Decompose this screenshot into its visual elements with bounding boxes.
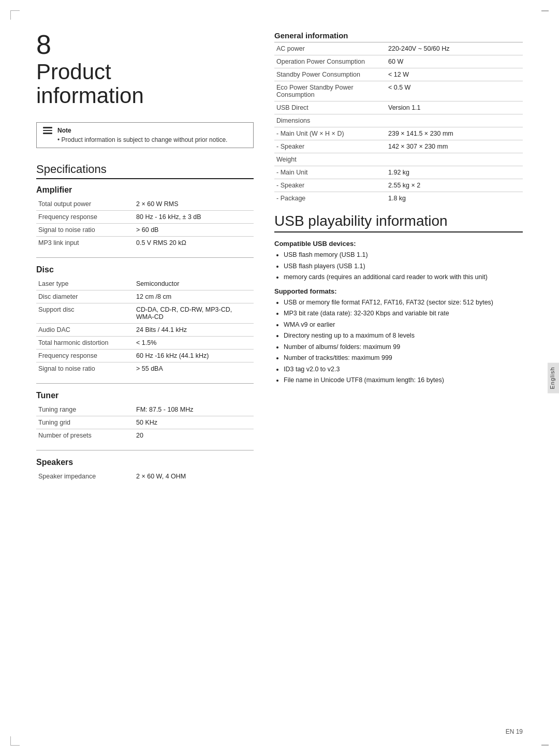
spec-label: Eco Power Standby Power Consumption xyxy=(274,81,386,101)
formats-list: USB or memory file format FAT12, FAT16, … xyxy=(284,298,523,385)
spec-label: Operation Power Consumption xyxy=(274,55,386,68)
disc-title: Disc xyxy=(36,265,254,274)
spec-value: 2 × 60 W RMS xyxy=(134,198,254,211)
spec-label: Signal to noise ratio xyxy=(36,224,134,237)
page-footer: EN 19 xyxy=(506,728,523,735)
spec-value: Version 1.1 xyxy=(386,101,523,114)
list-item: WMA v9 or earlier xyxy=(284,321,523,330)
spec-value: > 55 dBA xyxy=(134,362,254,375)
general-info-table: AC power220-240V ~ 50/60 HzOperation Pow… xyxy=(274,42,523,205)
note-icon-line-3 xyxy=(43,133,52,134)
page-container: English 8 Productinformation Note • Prod… xyxy=(0,0,559,756)
spec-value: 2.55 kg × 2 xyxy=(386,179,523,192)
spec-label: Speaker impedance xyxy=(36,470,134,483)
spec-value: 20 xyxy=(134,429,254,442)
spec-label: Tuning range xyxy=(36,403,134,416)
spec-value: 1.8 kg xyxy=(386,192,523,205)
spec-label: Standby Power Consumption xyxy=(274,68,386,81)
corner-mark-br xyxy=(541,745,549,746)
table-row: Weight xyxy=(274,153,523,166)
table-row: Frequency response60 Hz -16 kHz (44.1 kH… xyxy=(36,350,254,362)
table-row: Standby Power Consumption< 12 W xyxy=(274,68,523,81)
spec-label: Frequency response xyxy=(36,350,134,362)
spec-value: 1.92 kg xyxy=(386,166,523,179)
spec-value: 220-240V ~ 50/60 Hz xyxy=(386,42,523,55)
specifications-title: Specifications xyxy=(36,163,254,179)
table-row: AC power220-240V ~ 50/60 Hz xyxy=(274,42,523,55)
list-item: File name in Unicode UTF8 (maximum lengt… xyxy=(284,376,523,385)
disc-divider xyxy=(36,257,254,258)
corner-mark-tl xyxy=(10,10,20,20)
spec-value: Semiconductor xyxy=(134,278,254,290)
general-info-title: General information xyxy=(274,31,523,42)
table-row: USB DirectVersion 1.1 xyxy=(274,101,523,114)
spec-label: Support disc xyxy=(36,303,134,324)
table-row: Frequency response80 Hz - 16 kHz, ± 3 dB xyxy=(36,211,254,224)
disc-table: Laser typeSemiconductorDisc diameter12 c… xyxy=(36,278,254,375)
spec-label: Signal to noise ratio xyxy=(36,362,134,375)
note-text: • Product information is subject to chan… xyxy=(57,136,227,143)
table-row: Audio DAC24 Bits / 44.1 kHz xyxy=(36,324,254,337)
spec-value: > 60 dB xyxy=(134,224,254,237)
speakers-table: Speaker impedance2 × 60 W, 4 OHM xyxy=(36,470,254,483)
spec-label: - Speaker xyxy=(274,140,386,153)
spec-label: - Main Unit (W × H × D) xyxy=(274,127,386,140)
spec-value: 12 cm /8 cm xyxy=(134,290,254,303)
list-item: Directory nesting up to a maximum of 8 l… xyxy=(284,331,523,341)
note-icon-line-2 xyxy=(43,130,52,132)
spec-value: 50 KHz xyxy=(134,416,254,429)
spec-value: 60 Hz -16 kHz (44.1 kHz) xyxy=(134,350,254,362)
spec-label: Total output power xyxy=(36,198,134,211)
spec-label: Laser type xyxy=(36,278,134,290)
table-row: Signal to noise ratio> 60 dB xyxy=(36,224,254,237)
note-content: Note • Product information is subject to… xyxy=(57,127,227,143)
corner-mark-tr xyxy=(541,10,549,11)
spec-label: Disc diameter xyxy=(36,290,134,303)
list-item: ID3 tag v2.0 to v2.3 xyxy=(284,365,523,374)
spec-label: Tuning grid xyxy=(36,416,134,429)
note-icon-line-1 xyxy=(43,127,52,128)
table-row: Total harmonic distortion< 1.5% xyxy=(36,337,254,350)
table-row: Speaker impedance2 × 60 W, 4 OHM xyxy=(36,470,254,483)
note-icon-lines xyxy=(43,127,52,134)
table-row: Signal to noise ratio> 55 dBA xyxy=(36,362,254,375)
page-title-number: 8 xyxy=(36,31,254,58)
note-label: Note xyxy=(57,127,227,134)
page-title-text: Productinformation xyxy=(36,60,254,108)
right-column: General information AC power220-240V ~ 5… xyxy=(274,31,523,491)
spec-value: 0.5 V RMS 20 kΩ xyxy=(134,237,254,250)
table-row: Eco Power Standby Power Consumption< 0.5… xyxy=(274,81,523,101)
language-tab: English xyxy=(548,362,559,393)
tuner-table: Tuning rangeFM: 87.5 - 108 MHzTuning gri… xyxy=(36,403,254,442)
usb-section-title: USB playability information xyxy=(274,213,523,232)
tuner-title: Tuner xyxy=(36,391,254,400)
left-column: 8 Productinformation Note • Product info… xyxy=(36,31,254,491)
table-row: MP3 link input0.5 V RMS 20 kΩ xyxy=(36,237,254,250)
amplifier-title: Amplifier xyxy=(36,185,254,195)
spec-label: MP3 link input xyxy=(36,237,134,250)
spec-value: < 12 W xyxy=(386,68,523,81)
spec-label: - Speaker xyxy=(274,179,386,192)
spec-value: < 1.5% xyxy=(134,337,254,350)
list-item: Number of albums/ folders: maximum 99 xyxy=(284,343,523,352)
list-item: USB flash players (USB 1.1) xyxy=(284,262,523,271)
table-row: Total output power2 × 60 W RMS xyxy=(36,198,254,211)
table-row: Number of presets20 xyxy=(36,429,254,442)
spec-value: 239 × 141.5 × 230 mm xyxy=(386,127,523,140)
table-row: - Speaker2.55 kg × 2 xyxy=(274,179,523,192)
spec-label: USB Direct xyxy=(274,101,386,114)
spec-value: < 0.5 W xyxy=(386,81,523,101)
table-row: - Main Unit (W × H × D)239 × 141.5 × 230… xyxy=(274,127,523,140)
table-row: - Speaker142 × 307 × 230 mm xyxy=(274,140,523,153)
list-item: MP3 bit rate (data rate): 32-320 Kbps an… xyxy=(284,309,523,318)
spec-label: Weight xyxy=(274,153,386,166)
table-row: Disc diameter12 cm /8 cm xyxy=(36,290,254,303)
spec-label: Number of presets xyxy=(36,429,134,442)
compatible-usb-list: USB flash memory (USB 1.1)USB flash play… xyxy=(284,251,523,282)
spec-label: Total harmonic distortion xyxy=(36,337,134,350)
amplifier-table: Total output power2 × 60 W RMSFrequency … xyxy=(36,198,254,249)
spec-value xyxy=(386,153,523,166)
spec-value: 80 Hz - 16 kHz, ± 3 dB xyxy=(134,211,254,224)
table-row: - Package1.8 kg xyxy=(274,192,523,205)
spec-label: AC power xyxy=(274,42,386,55)
